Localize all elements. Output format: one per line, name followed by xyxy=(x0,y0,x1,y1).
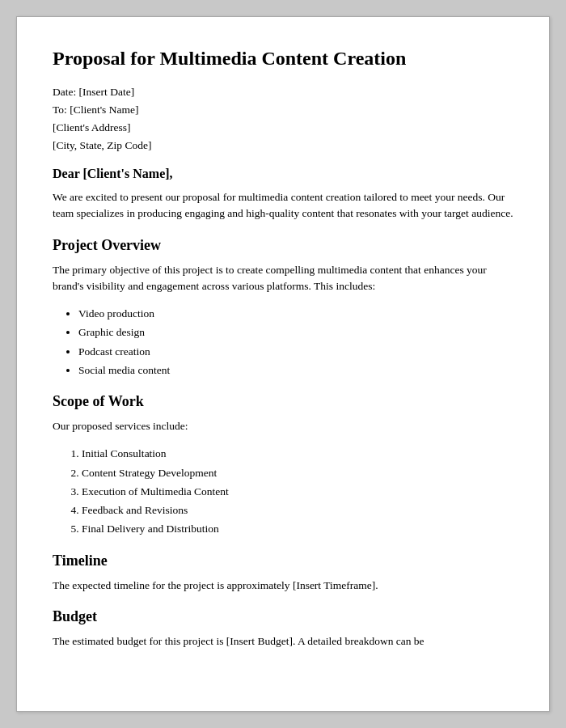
section-heading-project-overview: Project Overview xyxy=(53,237,513,254)
address-line: [Client's Address] xyxy=(53,121,513,134)
section-heading-budget: Budget xyxy=(53,608,513,625)
scope-list: Initial Consultation Content Strategy De… xyxy=(82,446,513,537)
list-item: Video production xyxy=(78,306,513,322)
list-item: Podcast creation xyxy=(78,344,513,360)
to-line: To: [Client's Name] xyxy=(53,104,513,116)
document-page: Proposal for Multimedia Content Creation… xyxy=(16,16,550,712)
list-item: Execution of Multimedia Content xyxy=(82,484,513,500)
budget-text: The estimated budget for this project is… xyxy=(53,633,513,650)
list-item: Content Strategy Development xyxy=(82,465,513,481)
section-heading-scope: Scope of Work xyxy=(53,393,513,410)
list-item: Final Delivery and Distribution xyxy=(82,521,513,537)
intro-text: We are excited to present our proposal f… xyxy=(53,189,513,222)
salutation: Dear [Client's Name], xyxy=(53,167,513,181)
section-heading-timeline: Timeline xyxy=(53,552,513,569)
document-title: Proposal for Multimedia Content Creation xyxy=(53,46,513,71)
list-item: Graphic design xyxy=(78,324,513,341)
date-line: Date: [Insert Date] xyxy=(53,86,513,99)
list-item: Initial Consultation xyxy=(82,446,513,462)
project-overview-text: The primary objective of this project is… xyxy=(53,262,513,295)
list-item: Feedback and Revisions xyxy=(82,502,513,518)
project-overview-list: Video production Graphic design Podcast … xyxy=(78,306,513,379)
list-item: Social media content xyxy=(78,362,513,379)
scope-text: Our proposed services include: xyxy=(53,418,513,434)
city-line: [City, State, Zip Code] xyxy=(53,139,513,152)
timeline-text: The expected timeline for the project is… xyxy=(53,578,513,594)
